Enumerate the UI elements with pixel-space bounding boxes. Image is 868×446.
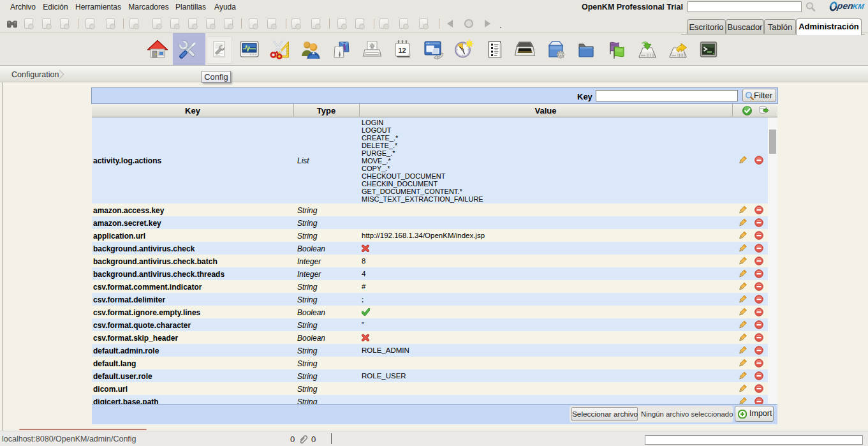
svg-text:12: 12 [398, 47, 406, 54]
svg-text:KM: KM [852, 3, 865, 10]
